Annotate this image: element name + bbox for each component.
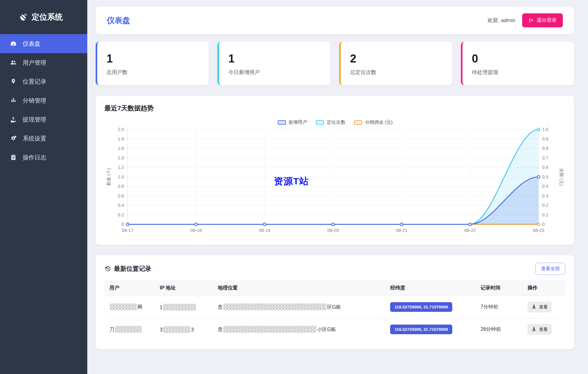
legend-swatch: [354, 120, 362, 125]
chart-title: 最近7天数据趋势: [104, 104, 566, 113]
trend-chart-card: 最近7天数据趋势 新增用户定位次数分销佣金 (元) 00.20.40.60.81…: [96, 96, 574, 245]
action-cell: 查看: [524, 318, 565, 341]
location-cell: 贵区G栋: [214, 296, 386, 318]
history-icon: [104, 265, 111, 272]
sidebar-item-logs[interactable]: 操作日志: [0, 148, 87, 167]
records-header: 最新位置记录 查看全部: [104, 263, 565, 275]
street-view-icon: [531, 304, 536, 310]
sidebar-item-users[interactable]: 用户管理: [0, 53, 87, 72]
svg-text:1.6: 1.6: [118, 146, 124, 151]
legend-label: 定位次数: [327, 119, 345, 125]
legend-item[interactable]: 新增用户: [278, 119, 307, 125]
logout-button-label: 退出登录: [537, 17, 557, 24]
view-button[interactable]: 查看: [527, 324, 552, 335]
stat-label: 总定位次数: [350, 69, 452, 76]
sign-out-icon: [528, 18, 534, 23]
app-logo: 定位系统: [0, 0, 87, 34]
satellite-dish-icon: [19, 13, 28, 21]
records-title-text: 最新位置记录: [114, 265, 151, 273]
svg-text:0.1: 0.1: [542, 212, 548, 217]
cell-text: 区G栋: [327, 304, 341, 310]
hand-dollar-icon: [10, 116, 17, 123]
table-row: 网1贵区G栋116.52720000, 31.715700007分钟前查看: [104, 296, 565, 318]
stat-label: 今日新增用户: [228, 69, 330, 76]
stat-value: 1: [107, 52, 209, 65]
svg-text:08-18: 08-18: [190, 228, 202, 233]
sidebar-item-label: 操作日志: [23, 154, 46, 162]
svg-text:0.6: 0.6: [118, 193, 124, 198]
svg-text:08-23: 08-23: [533, 228, 544, 233]
cell-text: 3: [191, 327, 194, 332]
sidebar-item-locations[interactable]: 位置记录: [0, 72, 87, 91]
watermark: 资源T站: [274, 175, 309, 187]
sidebar-item-label: 系统设置: [23, 135, 46, 143]
stat-value: 1: [228, 52, 330, 65]
masked-text: [163, 326, 190, 333]
view-button[interactable]: 查看: [527, 302, 552, 312]
dashboard-icon: [10, 40, 17, 48]
legend-swatch: [316, 120, 324, 125]
time-cell: 7分钟前: [477, 296, 524, 318]
legend-swatch: [278, 120, 286, 125]
logout-button[interactable]: 退出登录: [522, 13, 563, 27]
svg-text:0.4: 0.4: [542, 184, 548, 189]
svg-text:08-19: 08-19: [259, 228, 270, 233]
masked-text: [223, 303, 326, 310]
location-cell: 贵小区G栋: [214, 318, 386, 341]
sidebar-item-settings[interactable]: 系统设置: [0, 129, 87, 148]
svg-text:0.7: 0.7: [542, 155, 548, 160]
svg-text:0.2: 0.2: [118, 212, 124, 217]
svg-text:08-17: 08-17: [122, 228, 133, 233]
masked-text: [163, 304, 196, 311]
records-title: 最新位置记录: [104, 265, 151, 273]
coords-cell: 116.52720000, 31.71570000: [386, 318, 477, 341]
legend-item[interactable]: 定位次数: [316, 119, 345, 125]
cell-text: 贵: [218, 304, 223, 310]
coords-badge: 116.52720000, 31.71570000: [390, 302, 452, 312]
svg-text:0: 0: [542, 222, 545, 227]
page-title: 仪表盘: [107, 15, 130, 25]
view-button-label: 查看: [539, 304, 548, 310]
topbar-right: 欢迎, admin 退出登录: [487, 13, 563, 27]
stat-label: 待处理提现: [472, 69, 574, 76]
sidebar-item-distribution[interactable]: 分销管理: [0, 91, 87, 110]
welcome-text: 欢迎, admin: [487, 17, 515, 24]
stat-card: 1总用户数: [96, 42, 209, 85]
legend-label: 分销佣金 (元): [365, 119, 393, 125]
clipboard-icon: [10, 154, 17, 161]
sidebar-item-label: 仪表盘: [23, 40, 40, 48]
sidebar-item-label: 提现管理: [23, 116, 46, 124]
chart-area: 00.20.40.60.81.01.21.41.61.82.000.10.20.…: [104, 127, 566, 235]
topbar: 仪表盘 欢迎, admin 退出登录: [96, 7, 574, 34]
stat-card: 1今日新增用户: [217, 42, 330, 85]
table-row: 刀33贵小区G栋116.52720000, 31.7157000026分钟前查看: [104, 318, 565, 341]
column-header: 记录时间: [477, 280, 524, 296]
sitemap-icon: [10, 97, 17, 104]
stat-value: 0: [472, 52, 574, 65]
sidebar-item-dashboard[interactable]: 仪表盘: [0, 34, 87, 53]
sidebar-item-label: 用户管理: [23, 59, 46, 67]
cell-text: 小区G栋: [317, 327, 336, 332]
svg-text:0.3: 0.3: [542, 193, 548, 198]
view-button-label: 查看: [539, 327, 548, 332]
sidebar: 定位系统 仪表盘用户管理位置记录分销管理提现管理系统设置操作日志: [0, 0, 87, 374]
svg-text:08-22: 08-22: [464, 228, 476, 233]
svg-text:08-21: 08-21: [396, 228, 407, 233]
trend-chart: 00.20.40.60.81.01.21.41.61.82.000.10.20.…: [104, 127, 566, 235]
svg-text:1.4: 1.4: [118, 155, 124, 160]
records-table: 用户IP 地址地理位置经纬度记录时间操作 网1贵区G栋116.52720000,…: [104, 280, 565, 340]
legend-item[interactable]: 分销佣金 (元): [354, 119, 393, 125]
action-cell: 查看: [524, 296, 565, 318]
masked-text: [223, 326, 317, 333]
cell-text: 刀: [109, 327, 114, 332]
user-cell: 网: [104, 296, 156, 318]
stats-row: 1总用户数1今日新增用户2总定位次数0待处理提现: [96, 42, 574, 85]
view-all-button[interactable]: 查看全部: [536, 263, 565, 275]
user-cell: 刀: [104, 318, 156, 341]
svg-text:0.9: 0.9: [542, 136, 548, 141]
latest-records-card: 最新位置记录 查看全部 用户IP 地址地理位置经纬度记录时间操作 网1贵区G栋1…: [96, 255, 574, 349]
sidebar-item-withdraw[interactable]: 提现管理: [0, 110, 87, 129]
svg-text:0.6: 0.6: [542, 165, 548, 170]
sidebar-item-label: 位置记录: [23, 78, 46, 86]
svg-text:0.2: 0.2: [542, 203, 548, 208]
